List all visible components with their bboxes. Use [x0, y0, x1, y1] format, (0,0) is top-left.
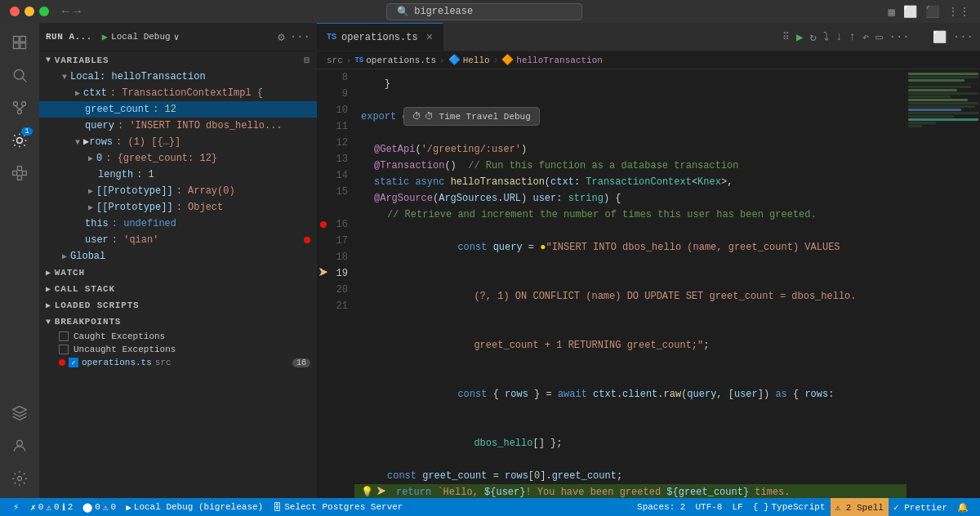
more-icon[interactable]: ··· — [889, 30, 910, 43]
line-num-21: 21 — [317, 298, 354, 314]
var-greet-count[interactable]: greet_count : 12 — [39, 101, 317, 118]
play-icon: ▶ — [126, 502, 131, 513]
minimize-button[interactable] — [24, 7, 34, 16]
status-postgres[interactable]: 🗄 Select Postgres Server — [268, 498, 408, 516]
var-rows[interactable]: ▼ ▶ rows : (1) [{…}] — [39, 134, 317, 150]
status-notifications[interactable]: 🔔 — [952, 498, 973, 516]
ts-badge: TS — [354, 56, 363, 64]
encoding-label: UTF-8 — [695, 502, 722, 512]
caught-exceptions-checkbox[interactable] — [59, 331, 69, 341]
minimap-content — [906, 69, 980, 131]
status-breakpoints[interactable]: ⬤ 0 ⚠ 0 — [78, 498, 121, 516]
chevron-right-icon: ▶ — [46, 268, 51, 278]
tab-operations-ts[interactable]: TS operations.ts × — [317, 23, 443, 51]
search-icon[interactable] — [3, 59, 36, 91]
more-options-icon[interactable]: ··· — [953, 30, 973, 43]
more-icon[interactable]: ⋮⋮ — [947, 5, 970, 19]
undo-icon[interactable]: ↶ — [862, 30, 869, 44]
uncaught-exceptions-checkbox[interactable] — [59, 345, 69, 354]
callstack-section-header[interactable]: ▶ CALL STACK — [39, 281, 317, 297]
status-prettier[interactable]: ✓ Prettier — [889, 498, 952, 516]
search-bar[interactable]: 🔍 bigrelease — [386, 3, 582, 20]
var-user[interactable]: user : 'qian' — [39, 232, 317, 248]
code-editor[interactable]: 8 9 10 11 12 13 14 15 16 17 18 ⮞ 19 — [317, 69, 980, 498]
back-icon[interactable]: ← — [62, 5, 69, 18]
minimap-line — [908, 79, 964, 82]
status-remote[interactable]: ⚡ — [7, 498, 25, 516]
bp-enabled-checkbox[interactable]: ✓ — [69, 358, 78, 367]
sidebar-icon[interactable]: ▦ — [889, 5, 895, 19]
close-tab-icon[interactable]: × — [426, 31, 433, 44]
restart-icon[interactable]: ↻ — [809, 30, 816, 44]
status-spaces[interactable]: Spaces: 2 — [632, 498, 690, 516]
variables-section-header[interactable]: ▼ VARIABLES ⊟ — [39, 51, 317, 69]
var-row-0[interactable]: ▶ 0 : {greet_count: 12} — [39, 150, 317, 167]
postgres-label: Select Postgres Server — [284, 502, 403, 512]
explorer-icon[interactable] — [3, 26, 36, 59]
chevron-down-icon: ▼ — [46, 56, 51, 64]
svg-point-20 — [17, 440, 23, 446]
breadcrumb-file[interactable]: TS operations.ts — [354, 56, 436, 65]
status-errors[interactable]: ✗ 0 ⚠ 0 ℹ 2 — [25, 498, 78, 516]
breakpoints-section-header[interactable]: ▼ BREAKPOINTS — [39, 314, 317, 330]
line-num-8: 8 — [317, 69, 354, 86]
loaded-scripts-section-header[interactable]: ▶ LOADED SCRIPTS — [39, 297, 317, 314]
chevron-right-icon: ▶ — [46, 284, 51, 294]
more-options-icon[interactable]: ··· — [290, 30, 310, 44]
status-line-ending[interactable]: LF — [727, 498, 747, 516]
collapse-icon[interactable]: ⊟ — [305, 55, 310, 65]
fullscreen-button[interactable] — [39, 7, 49, 16]
breadcrumb-class[interactable]: 🔷 Hello — [448, 54, 490, 66]
global-scope-item[interactable]: ▶ Global — [39, 248, 317, 265]
expand-icon: ▼ — [62, 71, 67, 83]
breadcrumb-method[interactable]: 🔶 helloTransaction — [501, 54, 603, 66]
svg-line-10 — [20, 106, 24, 110]
var-query[interactable]: query : 'INSERT INTO dbos_hello... — [39, 118, 317, 134]
var-value: : 1 — [136, 167, 154, 182]
minimap-line — [908, 89, 957, 91]
var-proto-object[interactable]: ▶ [[Prototype]] : Object — [39, 199, 317, 216]
db-icon: 🗄 — [273, 502, 282, 513]
var-length[interactable]: length : 1 — [39, 167, 317, 183]
source-control-icon[interactable] — [3, 91, 36, 124]
forward-icon[interactable]: → — [74, 5, 80, 18]
bp-count: 16 — [292, 358, 310, 367]
split-editor-icon[interactable]: ⠿ — [782, 31, 790, 43]
editor-actions: ⠿ ▶ ↻ ⤵ ↓ ↑ ↶ ▭ ··· ⬜ ··· — [776, 23, 980, 51]
debug-run-icon[interactable]: ▶ — [796, 30, 803, 44]
settings-gear-icon[interactable]: ⚙ — [278, 30, 284, 44]
layout-icon[interactable]: ⬜ — [903, 5, 917, 19]
watch-section-header[interactable]: ▶ WATCH — [39, 265, 317, 281]
debug-icon[interactable]: 1 — [3, 124, 36, 157]
var-name: greet_count — [85, 102, 149, 117]
remote-icon[interactable] — [3, 397, 36, 429]
debug-arrow-gutter: ⮞ — [318, 265, 328, 282]
global-scope-label: Global — [70, 249, 105, 264]
expand-icon: ▶ — [88, 185, 93, 198]
debug-config-button[interactable]: ▶ Local Debug ∨ — [97, 29, 184, 45]
step-out-icon[interactable]: ↑ — [849, 30, 855, 43]
var-ctxt[interactable]: ▶ ctxt : TransactionContextImpl { — [39, 85, 317, 101]
panel-icon[interactable]: ⬜ — [933, 30, 947, 44]
var-this[interactable]: this : undefined — [39, 216, 317, 232]
status-encoding[interactable]: UTF-8 — [690, 498, 727, 516]
status-debug-config[interactable]: ▶ Local Debug (bigrelease) — [121, 498, 268, 516]
local-scope-item[interactable]: ▼ Local: helloTransaction — [39, 69, 317, 85]
settings-icon[interactable] — [3, 462, 36, 495]
watch-label: WATCH — [55, 268, 85, 278]
extensions-icon[interactable] — [3, 157, 36, 189]
remote-icon: ⚡ — [13, 501, 19, 514]
step-into-icon[interactable]: ↓ — [835, 30, 842, 43]
tooltip-text: ⏱ Time Travel Debug — [425, 111, 531, 122]
var-proto-array[interactable]: ▶ [[Prototype]] : Array(0) — [39, 183, 317, 199]
warning-2-count: 0 — [111, 502, 117, 512]
error-count: 0 — [38, 502, 44, 512]
close-button[interactable] — [10, 7, 20, 16]
layout-icon[interactable]: ▭ — [875, 30, 882, 44]
status-spelling[interactable]: ⚠ 2 Spell — [831, 498, 889, 516]
code-line-18: const greet_count = rows[0].greet_count; — [354, 468, 906, 484]
status-language[interactable]: { } TypeScript — [748, 498, 831, 516]
step-over-icon[interactable]: ⤵ — [823, 30, 829, 43]
account-icon[interactable] — [3, 429, 36, 462]
split-icon[interactable]: ⬛ — [925, 5, 939, 19]
